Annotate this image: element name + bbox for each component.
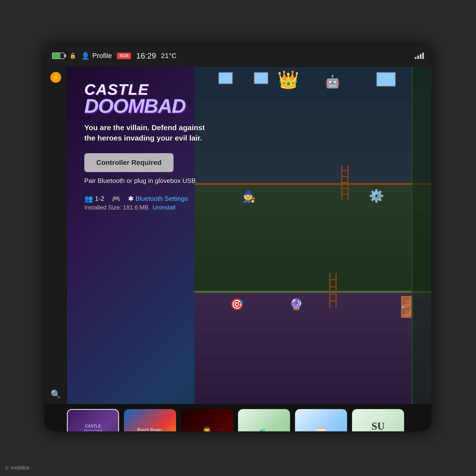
bluetooth-notice: Pair Bluetooth or plug in glovebox USB xyxy=(84,177,414,185)
signal-bar-4 xyxy=(422,53,424,59)
game-description: You are the villain. Defend against the … xyxy=(84,122,208,143)
installed-size-text: Installed Size: 181.6 MB xyxy=(84,204,149,211)
profile-icon: 👤 xyxy=(81,52,90,60)
bluetooth-icon: ✱ xyxy=(128,195,134,203)
players-icon: 👥 xyxy=(84,195,93,203)
status-bar-left: 🔒 👤 Profile SOS 16:29 21°C xyxy=(52,51,177,60)
signal-bar-2 xyxy=(417,56,419,59)
uninstall-link[interactable]: Uninstall xyxy=(152,204,175,211)
game-info: Castle Doombad You are the villain. Defe… xyxy=(67,67,431,404)
games-strip: Castle DOOMBAD 🏰 Beach Buggy Racing 2 🚗 xyxy=(45,404,431,431)
main-content: ⚡ 🔍 👑 🤖 xyxy=(45,67,431,404)
thumb-bg-polytopia: 🌍 Battle of Polytopia xyxy=(238,409,290,431)
game-thumb-polytopia[interactable]: 🌍 Battle of Polytopia xyxy=(238,409,290,431)
profile-text: Profile xyxy=(92,52,112,60)
battery-icon xyxy=(52,53,64,59)
game-meta: 👥 1-2 🎮 ✱ Bluetooth Settings xyxy=(84,195,414,203)
thumb-bg-sudoku: SUDOKU xyxy=(352,409,404,431)
time-display: 16:29 xyxy=(136,51,156,60)
profile-section[interactable]: 👤 Profile xyxy=(81,52,112,60)
players-count: 1-2 xyxy=(95,195,104,203)
game-thumb-beach-buggy[interactable]: Beach Buggy Racing 2 🚗 xyxy=(124,409,176,431)
game-thumb-vampire-survivors[interactable]: 🧛 VampireSurvivors xyxy=(181,409,233,431)
controller-required-button[interactable]: Controller Required xyxy=(84,153,174,172)
game-detail: 👑 🤖 🧙 ⚙️ xyxy=(67,67,431,404)
search-icon-container[interactable]: 🔍 xyxy=(51,389,61,399)
status-bar: 🔒 👤 Profile SOS 16:29 21°C xyxy=(45,45,431,67)
battery-fill xyxy=(53,53,60,59)
mobilox-text: mobilox xyxy=(11,465,30,471)
left-sidebar: ⚡ 🔍 xyxy=(45,67,67,404)
game-logo: Castle Doombad xyxy=(84,82,414,115)
controller-meta: 🎮 xyxy=(112,195,120,203)
controller-icon: 🎮 xyxy=(112,195,120,203)
lock-icon: 🔒 xyxy=(69,53,76,59)
game-logo-line2: Doombad xyxy=(84,97,414,115)
game-thumb-sudoku[interactable]: SUDOKU xyxy=(352,409,404,431)
lightning-icon[interactable]: ⚡ xyxy=(50,72,61,83)
meta-row-2: Installed Size: 181.6 MB Uninstall xyxy=(84,204,414,211)
signal-bar-1 xyxy=(415,57,416,59)
bluetooth-settings-link[interactable]: Bluetooth Settings xyxy=(136,195,188,203)
signal-bar-3 xyxy=(420,54,421,59)
thumb-bg-vampire: 🧛 VampireSurvivors xyxy=(181,409,233,431)
bluetooth-meta[interactable]: ✱ Bluetooth Settings xyxy=(128,195,188,203)
thumb-bg-mahjong: 🀄 Mahjong xyxy=(295,409,347,431)
screen-container: 🔒 👤 Profile SOS 16:29 21°C xyxy=(45,45,431,431)
temp-display: 21°C xyxy=(161,52,177,60)
game-thumb-castle-doombad[interactable]: Castle DOOMBAD 🏰 xyxy=(67,409,119,431)
status-bar-right xyxy=(415,53,424,59)
sos-badge[interactable]: SOS xyxy=(117,53,131,59)
thumb-bg-beach: Beach Buggy Racing 2 🚗 xyxy=(124,409,176,431)
game-thumb-mahjong[interactable]: 🀄 Mahjong xyxy=(295,409,347,431)
signal-bars xyxy=(415,53,424,59)
thumb-bg-castle: Castle DOOMBAD 🏰 xyxy=(68,410,118,431)
mobilox-watermark: © mobilox xyxy=(5,465,30,471)
players-meta: 👥 1-2 xyxy=(84,195,104,203)
car-frame: 🔒 👤 Profile SOS 16:29 21°C xyxy=(0,0,476,476)
